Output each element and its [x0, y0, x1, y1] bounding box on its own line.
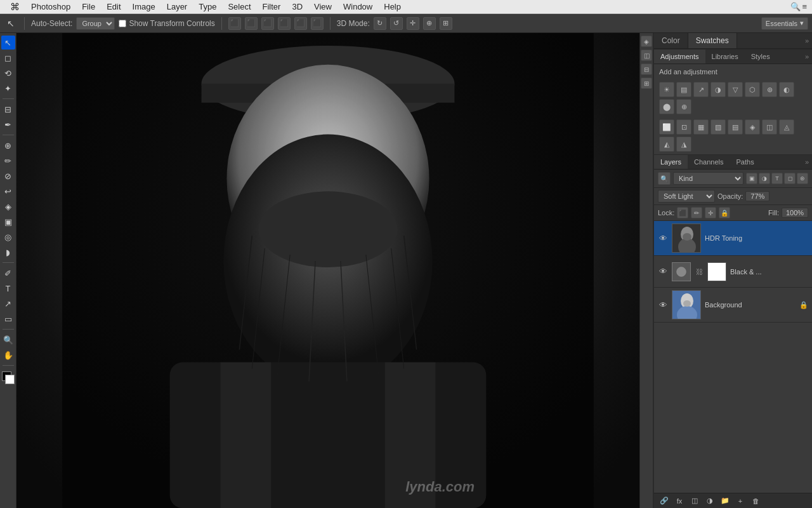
- panel-icon-1[interactable]: ◈: [641, 36, 652, 47]
- align-center-icon[interactable]: ⬛: [245, 17, 258, 30]
- menu-select[interactable]: Select: [223, 2, 256, 11]
- eraser-tool[interactable]: ◈: [1, 199, 15, 213]
- search-icon[interactable]: 🔍: [790, 2, 801, 11]
- lasso-tool[interactable]: ⟲: [1, 66, 15, 80]
- layers-panel-arrow[interactable]: »: [802, 155, 812, 169]
- menu-help[interactable]: Help: [379, 2, 406, 11]
- blur-tool[interactable]: ◎: [1, 230, 15, 244]
- menu-3d[interactable]: 3D: [287, 2, 308, 11]
- 3d-roll-icon[interactable]: ↺: [390, 17, 403, 30]
- add-mask-icon[interactable]: ◫: [688, 496, 701, 506]
- menu-image[interactable]: Image: [128, 2, 160, 11]
- align-middle-icon[interactable]: ⬛: [294, 17, 307, 30]
- fill-value[interactable]: 100%: [782, 208, 808, 218]
- layer-background[interactable]: 👁 Background 🔒: [654, 288, 812, 323]
- path-select-tool[interactable]: ↗: [1, 297, 15, 311]
- tab-paths[interactable]: Paths: [730, 155, 761, 169]
- adj-threshold-icon[interactable]: ▧: [710, 119, 726, 135]
- show-transform-checkbox[interactable]: [119, 20, 126, 27]
- adj-collapse-arrow[interactable]: »: [802, 50, 812, 64]
- lock-position-icon[interactable]: ✏: [691, 207, 702, 218]
- menu-lines-icon[interactable]: ≡: [802, 2, 807, 11]
- panel-icon-4[interactable]: ⊞: [641, 77, 652, 89]
- layer-hdr-toning[interactable]: 👁 HDR Toning: [654, 221, 812, 256]
- panel-collapse-arrow[interactable]: »: [802, 34, 812, 48]
- tab-libraries[interactable]: Libraries: [705, 50, 745, 64]
- link-layers-icon[interactable]: 🔗: [658, 496, 671, 506]
- opacity-value[interactable]: 77%: [745, 191, 769, 201]
- lock-pixels-icon[interactable]: ⬛: [677, 207, 688, 218]
- layer-visibility-bw[interactable]: 👁: [658, 267, 668, 277]
- panel-icon-3[interactable]: ⊟: [641, 64, 652, 75]
- tab-layers[interactable]: Layers: [654, 155, 688, 169]
- adj-extra2-icon[interactable]: ◬: [779, 119, 794, 135]
- color-swatch[interactable]: [2, 371, 15, 384]
- filter-type-icon[interactable]: T: [771, 173, 783, 184]
- adj-gradientmap-icon[interactable]: ▤: [728, 119, 743, 135]
- filter-kind-select[interactable]: Kind Name Effect: [673, 172, 743, 185]
- essentials-dropdown[interactable]: Essentials ▾: [761, 17, 808, 30]
- adj-extra1-icon[interactable]: ◫: [762, 119, 777, 135]
- menu-edit[interactable]: Edit: [102, 2, 126, 11]
- adj-posterize-icon[interactable]: ▦: [693, 119, 709, 135]
- lock-all-icon[interactable]: 🔒: [719, 207, 730, 218]
- adj-colormatch-icon[interactable]: ⬜: [659, 119, 674, 135]
- delete-layer-icon[interactable]: 🗑: [749, 496, 762, 506]
- panel-icon-2[interactable]: ◫: [641, 50, 652, 61]
- adj-bw-icon[interactable]: ◐: [779, 82, 794, 97]
- layer-black-white[interactable]: 👁 ⛓ Black & ...: [654, 256, 812, 288]
- 3d-rotate-icon[interactable]: ↻: [374, 17, 386, 30]
- auto-select-dropdown[interactable]: Group Layer: [76, 17, 115, 30]
- layer-chain-icon[interactable]: ⛓: [695, 267, 704, 276]
- tab-swatches[interactable]: Swatches: [688, 33, 737, 48]
- dodge-tool[interactable]: ◗: [1, 245, 15, 259]
- filter-pixel-icon[interactable]: ▣: [746, 173, 757, 184]
- brush-tool[interactable]: ✏: [1, 154, 15, 168]
- layer-visibility-bg[interactable]: 👁: [658, 300, 668, 310]
- filter-adj-icon[interactable]: ◑: [759, 173, 770, 184]
- 3d-pan-icon[interactable]: ✛: [407, 17, 419, 30]
- clone-tool[interactable]: ⊘: [1, 169, 15, 183]
- new-group-icon[interactable]: 📁: [719, 496, 731, 506]
- adj-brightness-icon[interactable]: ☀: [659, 82, 674, 97]
- lock-move-icon[interactable]: ✛: [705, 207, 716, 218]
- tab-color[interactable]: Color: [654, 33, 688, 48]
- history-brush-tool[interactable]: ↩: [1, 184, 15, 198]
- blend-mode-select[interactable]: Soft Light Normal Multiply Screen Overla…: [658, 190, 715, 203]
- 3d-slide-icon[interactable]: ⊕: [423, 17, 436, 30]
- filter-shape-icon[interactable]: ◻: [784, 173, 796, 184]
- tab-channels[interactable]: Channels: [688, 155, 730, 169]
- menu-photoshop[interactable]: Photoshop: [26, 2, 75, 11]
- adj-hsl-icon[interactable]: ⬡: [745, 82, 760, 97]
- adj-selectivecolor-icon[interactable]: ◈: [745, 119, 760, 135]
- adj-levels-icon[interactable]: ▤: [676, 82, 691, 97]
- adj-channelmixer-icon[interactable]: ⊕: [676, 99, 691, 114]
- adj-extra4-icon[interactable]: ◮: [676, 137, 691, 152]
- crop-tool[interactable]: ⊟: [1, 102, 15, 116]
- 3d-scale-icon[interactable]: ⊞: [440, 17, 452, 30]
- adj-invert-icon[interactable]: ⊡: [676, 119, 691, 135]
- menu-type[interactable]: Type: [193, 2, 221, 11]
- menu-filter[interactable]: Filter: [258, 2, 286, 11]
- background-color[interactable]: [5, 375, 15, 384]
- adj-curves-icon[interactable]: ↗: [693, 82, 709, 97]
- move-tool[interactable]: ↖: [1, 36, 15, 50]
- menu-file[interactable]: File: [77, 2, 100, 11]
- tab-adjustments[interactable]: Adjustments: [654, 50, 705, 64]
- hand-tool[interactable]: ✋: [1, 348, 15, 362]
- eyedropper-tool[interactable]: ✒: [1, 117, 15, 131]
- layer-visibility-hdr[interactable]: 👁: [658, 233, 668, 243]
- tab-styles[interactable]: Styles: [745, 50, 776, 64]
- shape-tool[interactable]: ▭: [1, 312, 15, 326]
- adj-photofilter-icon[interactable]: ⬤: [659, 99, 674, 114]
- align-left-icon[interactable]: ⬛: [228, 17, 241, 30]
- align-bottom-icon[interactable]: ⬛: [311, 17, 324, 30]
- new-layer-icon[interactable]: +: [734, 496, 747, 506]
- text-tool[interactable]: T: [1, 281, 15, 295]
- zoom-tool[interactable]: 🔍: [1, 333, 15, 347]
- menu-layer[interactable]: Layer: [162, 2, 193, 11]
- pen-tool[interactable]: ✐: [1, 266, 15, 280]
- align-top-icon[interactable]: ⬛: [278, 17, 291, 30]
- adj-exposure-icon[interactable]: ◑: [710, 82, 726, 97]
- menu-window[interactable]: Window: [338, 2, 377, 11]
